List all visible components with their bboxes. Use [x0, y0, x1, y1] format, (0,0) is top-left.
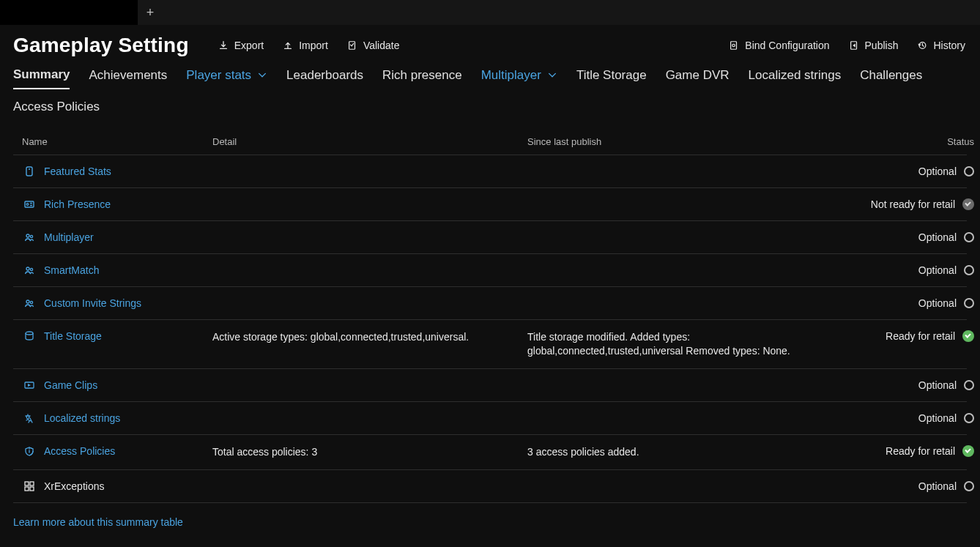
- table-row: XrExceptions Optional: [13, 470, 967, 503]
- status-indicator-icon: [964, 380, 974, 390]
- tab-localized-label: Localized strings: [749, 68, 842, 83]
- tab-player-stats-label: Player stats: [186, 68, 251, 83]
- tab-game-dvr-label: Game DVR: [666, 68, 730, 83]
- toolbar: Gameplay Setting ExportImportValidate Bi…: [0, 25, 980, 63]
- row-status-label: Ready for retail: [886, 445, 955, 457]
- row-name-label: Localized strings: [44, 412, 120, 424]
- row-status-label: Optional: [918, 231, 957, 243]
- import-label: Import: [299, 40, 328, 51]
- tab-leaderboards-label: Leaderboards: [286, 68, 363, 83]
- row-status-cell: Optional: [850, 231, 974, 243]
- table-row: Featured Stats Optional: [13, 155, 967, 188]
- tab-title-storage[interactable]: Title Storage: [576, 64, 647, 89]
- row-status-cell: Optional: [850, 379, 974, 391]
- col-header-since: Since last publish: [527, 136, 850, 147]
- col-header-detail: Detail: [212, 136, 527, 147]
- validate-button[interactable]: Validate: [346, 37, 401, 54]
- new-tab-button[interactable]: +: [138, 0, 163, 25]
- tab-multiplayer[interactable]: Multiplayer: [481, 64, 557, 89]
- row-status-cell: Not ready for retail: [850, 198, 974, 210]
- tab-player-stats[interactable]: Player stats: [186, 64, 267, 89]
- storage-icon: [23, 330, 35, 342]
- col-header-status: Status: [850, 136, 974, 147]
- row-status-cell: Optional: [850, 297, 974, 309]
- row-status-label: Optional: [918, 480, 957, 492]
- status-indicator-icon: [964, 413, 974, 423]
- table-row: Access Policies Total access policies: 3…: [13, 435, 967, 470]
- export-label: Export: [234, 40, 264, 51]
- row-name-cell[interactable]: Title Storage: [22, 330, 212, 342]
- tab-challenges[interactable]: Challenges: [860, 64, 922, 89]
- row-detail-cell: Total access policies: 3: [212, 445, 527, 459]
- bind-label: Bind Configuration: [745, 40, 829, 51]
- tab-rich-presence-label: Rich presence: [382, 68, 462, 83]
- row-status-cell: Optional: [850, 480, 974, 492]
- export-button[interactable]: Export: [217, 37, 265, 54]
- row-name-cell[interactable]: SmartMatch: [22, 264, 212, 276]
- status-indicator-icon: [962, 445, 974, 457]
- row-status-cell: Optional: [850, 264, 974, 276]
- row-name-cell[interactable]: Access Policies: [22, 445, 212, 457]
- row-status-label: Optional: [918, 264, 957, 276]
- row-since-cell: Title storage modified. Added types: glo…: [527, 330, 850, 358]
- tab-title-storage-label: Title Storage: [576, 68, 647, 83]
- access-icon: [23, 445, 35, 457]
- bind-button[interactable]: Bind Configuration: [727, 37, 831, 54]
- history-label: History: [933, 40, 965, 51]
- tab-summary[interactable]: Summary: [13, 64, 70, 89]
- row-name-label: Access Policies: [44, 445, 115, 457]
- row-status-label: Optional: [918, 379, 957, 391]
- row-name-cell[interactable]: Rich Presence: [22, 198, 212, 210]
- row-name-cell[interactable]: Localized strings: [22, 412, 212, 424]
- bind-icon: [729, 40, 739, 51]
- table-row: Custom Invite Strings Optional: [13, 287, 967, 320]
- row-status-cell: Ready for retail: [850, 445, 974, 457]
- row-name-cell[interactable]: Featured Stats: [22, 165, 212, 177]
- presence-icon: [23, 198, 35, 210]
- learn-more-link[interactable]: Learn more about this summary table: [13, 516, 183, 528]
- row-status-cell: Optional: [850, 412, 974, 424]
- row-name-label: Rich Presence: [44, 198, 111, 210]
- table-row: Rich Presence Not ready for retail: [13, 188, 967, 221]
- status-indicator-icon: [964, 265, 974, 275]
- stats-icon: [23, 165, 35, 177]
- row-status-label: Not ready for retail: [871, 198, 955, 210]
- toolbar-actions-right: Bind ConfigurationPublishHistory: [727, 37, 967, 54]
- tab-achievements[interactable]: Achievements: [89, 64, 167, 89]
- tab-localized[interactable]: Localized strings: [749, 64, 842, 89]
- page-title: Gameplay Setting: [13, 34, 189, 57]
- row-name-cell: XrExceptions: [22, 480, 212, 492]
- tab-summary-label: Summary: [13, 67, 70, 82]
- tab-rich-presence[interactable]: Rich presence: [382, 64, 462, 89]
- row-name-label: XrExceptions: [44, 480, 104, 492]
- grid-icon: [23, 480, 35, 492]
- row-name-cell[interactable]: Multiplayer: [22, 231, 212, 243]
- row-name-label: Custom Invite Strings: [44, 297, 141, 309]
- import-button[interactable]: Import: [281, 37, 330, 54]
- status-indicator-icon: [962, 198, 974, 210]
- validate-icon: [347, 40, 357, 51]
- tab-game-dvr[interactable]: Game DVR: [666, 64, 730, 89]
- table-row: Game Clips Optional: [13, 369, 967, 402]
- row-status-label: Optional: [918, 297, 957, 309]
- people-icon: [23, 264, 35, 276]
- download-icon: [218, 40, 229, 51]
- tab-leaderboards[interactable]: Leaderboards: [286, 64, 363, 89]
- window-tab-active[interactable]: [0, 0, 138, 25]
- tab-achievements-label: Achievements: [89, 68, 167, 83]
- row-name-label: Featured Stats: [44, 165, 111, 177]
- chevron-down-icon: [547, 70, 557, 81]
- row-name-label: SmartMatch: [44, 264, 99, 276]
- window-tabbar: +: [0, 0, 980, 25]
- row-name-cell[interactable]: Game Clips: [22, 379, 212, 391]
- row-name-cell[interactable]: Custom Invite Strings: [22, 297, 212, 309]
- row-status-label: Optional: [918, 165, 957, 177]
- publish-button[interactable]: Publish: [847, 37, 900, 54]
- status-indicator-icon: [964, 298, 974, 308]
- table-header-row: Name Detail Since last publish Status: [13, 129, 967, 155]
- row-name-label: Game Clips: [44, 379, 97, 391]
- tab-access-pol[interactable]: Access Policies: [13, 97, 100, 120]
- history-button[interactable]: History: [916, 37, 967, 54]
- people-icon: [23, 231, 35, 243]
- publish-icon: [849, 40, 859, 51]
